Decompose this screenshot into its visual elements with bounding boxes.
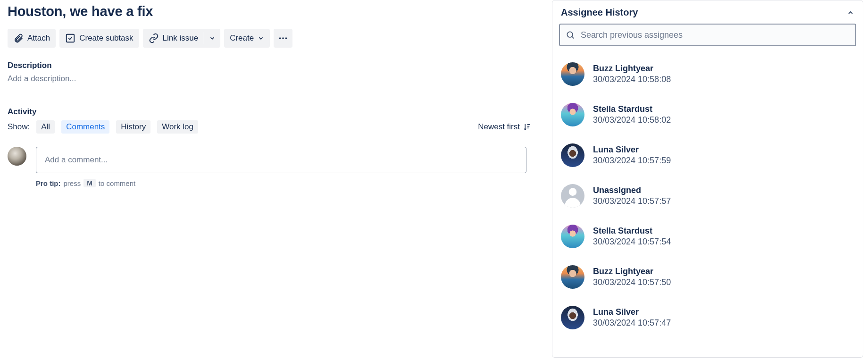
assignee-timestamp: 30/03/2024 10:58:02 bbox=[593, 115, 671, 126]
more-icon bbox=[278, 33, 288, 43]
assignee-entry[interactable]: Buzz Lightyear30/03/2024 10:57:50 bbox=[559, 260, 858, 301]
assignee-entry-text: Stella Stardust30/03/2024 10:58:02 bbox=[593, 104, 671, 126]
assignee-timestamp: 30/03/2024 10:58:08 bbox=[593, 74, 671, 85]
svg-rect-0 bbox=[67, 34, 75, 42]
assignee-entry[interactable]: Unassigned30/03/2024 10:57:57 bbox=[559, 179, 858, 220]
tab-comments[interactable]: Comments bbox=[61, 120, 109, 134]
assignee-entry-text: Buzz Lightyear30/03/2024 10:57:50 bbox=[593, 266, 671, 288]
side-column: Assignee History Buzz Lightyear30/03/202… bbox=[552, 0, 868, 361]
create-button[interactable]: Create bbox=[224, 29, 270, 48]
comment-input[interactable]: Add a comment... bbox=[36, 147, 526, 173]
attach-button[interactable]: Attach bbox=[8, 29, 56, 48]
panel-title: Assignee History bbox=[561, 7, 638, 18]
assignee-timestamp: 30/03/2024 10:57:50 bbox=[593, 277, 671, 288]
assignee-entry[interactable]: Stella Stardust30/03/2024 10:58:02 bbox=[559, 98, 858, 139]
search-box[interactable] bbox=[559, 24, 856, 46]
assignee-timestamp: 30/03/2024 10:57:47 bbox=[593, 318, 671, 328]
assignee-name: Buzz Lightyear bbox=[593, 266, 671, 277]
comment-placeholder: Add a comment... bbox=[45, 155, 108, 165]
tab-history[interactable]: History bbox=[116, 120, 150, 134]
assignee-history-panel: Assignee History Buzz Lightyear30/03/202… bbox=[552, 0, 863, 358]
panel-header[interactable]: Assignee History bbox=[552, 0, 863, 24]
assignee-entry-text: Luna Silver30/03/2024 10:57:47 bbox=[593, 307, 671, 329]
assignee-entry[interactable]: Luna Silver30/03/2024 10:57:47 bbox=[559, 301, 858, 342]
unassigned-avatar-icon bbox=[561, 184, 584, 208]
attach-label: Attach bbox=[27, 34, 50, 43]
chevron-down-icon bbox=[258, 35, 264, 42]
assignee-entry-text: Luna Silver30/03/2024 10:57:59 bbox=[593, 144, 671, 167]
chevron-down-icon bbox=[209, 35, 216, 42]
description-field[interactable]: Add a description... bbox=[8, 74, 544, 84]
assignee-name: Stella Stardust bbox=[593, 104, 671, 115]
tab-worklog[interactable]: Work log bbox=[157, 120, 198, 134]
assignee-name: Luna Silver bbox=[593, 144, 671, 155]
assignee-name: Stella Stardust bbox=[593, 226, 671, 236]
pro-tip-suffix: to comment bbox=[99, 179, 135, 187]
link-icon bbox=[149, 33, 159, 43]
assignee-entry[interactable]: Stella Stardust30/03/2024 10:57:54 bbox=[559, 220, 858, 260]
more-actions-button[interactable] bbox=[274, 29, 292, 48]
assignee-entry-text: Unassigned30/03/2024 10:57:57 bbox=[593, 185, 671, 207]
sort-label: Newest first bbox=[478, 122, 520, 132]
pro-tip-press: press bbox=[64, 179, 81, 187]
user-avatar bbox=[561, 306, 584, 329]
tab-all[interactable]: All bbox=[36, 120, 55, 134]
assignee-entry-text: Stella Stardust30/03/2024 10:57:54 bbox=[593, 226, 671, 248]
assignee-name: Buzz Lightyear bbox=[593, 63, 671, 74]
assignee-timestamp: 30/03/2024 10:57:57 bbox=[593, 196, 671, 207]
pro-tip-key: M bbox=[83, 179, 96, 187]
link-issue-button[interactable]: Link issue bbox=[143, 29, 204, 48]
pro-tip-prefix: Pro tip: bbox=[36, 179, 61, 187]
user-avatar bbox=[561, 103, 584, 126]
assignee-name: Unassigned bbox=[593, 185, 671, 196]
create-subtask-button[interactable]: Create subtask bbox=[59, 29, 139, 48]
pro-tip: Pro tip: press M to comment bbox=[36, 179, 544, 187]
svg-point-4 bbox=[567, 32, 573, 37]
subtask-icon bbox=[65, 33, 75, 43]
svg-point-2 bbox=[282, 37, 284, 39]
user-avatar bbox=[561, 62, 584, 86]
search-wrap bbox=[552, 24, 863, 51]
assignee-list[interactable]: Buzz Lightyear30/03/2024 10:58:08Stella … bbox=[552, 51, 863, 357]
issue-title[interactable]: Houston, we have a fix bbox=[8, 4, 544, 19]
sort-button[interactable]: Newest first bbox=[478, 122, 531, 132]
description-label: Description bbox=[8, 61, 544, 70]
paperclip-icon bbox=[13, 33, 24, 43]
assignee-entry-text: Buzz Lightyear30/03/2024 10:58:08 bbox=[593, 63, 671, 85]
comment-row: Add a comment... bbox=[8, 147, 544, 173]
issue-main: Houston, we have a fix Attach Create sub… bbox=[0, 0, 552, 361]
search-input[interactable] bbox=[581, 30, 850, 40]
user-avatar bbox=[561, 265, 584, 289]
search-icon bbox=[566, 30, 575, 40]
show-label: Show: bbox=[8, 122, 30, 132]
user-avatar bbox=[561, 225, 584, 248]
assignee-entry[interactable]: Luna Silver30/03/2024 10:57:59 bbox=[559, 139, 858, 179]
link-issue-dropdown[interactable] bbox=[204, 29, 220, 48]
assignee-timestamp: 30/03/2024 10:57:54 bbox=[593, 236, 671, 247]
issue-toolbar: Attach Create subtask Link issue bbox=[8, 29, 544, 48]
create-label: Create bbox=[230, 34, 254, 43]
activity-filter-row: Show: All Comments History Work log Newe… bbox=[8, 120, 531, 134]
svg-point-5 bbox=[569, 188, 577, 196]
create-subtask-label: Create subtask bbox=[79, 34, 133, 43]
assignee-entry[interactable]: Buzz Lightyear30/03/2024 10:58:08 bbox=[559, 58, 858, 98]
link-issue-label: Link issue bbox=[163, 34, 199, 43]
sort-desc-icon bbox=[523, 123, 531, 131]
svg-point-1 bbox=[279, 37, 281, 39]
svg-point-3 bbox=[285, 37, 287, 39]
assignee-timestamp: 30/03/2024 10:57:59 bbox=[593, 155, 671, 166]
chevron-up-icon[interactable] bbox=[847, 9, 854, 17]
assignee-name: Luna Silver bbox=[593, 307, 671, 318]
activity-label: Activity bbox=[8, 107, 544, 117]
current-user-avatar[interactable] bbox=[8, 147, 26, 166]
user-avatar bbox=[561, 143, 584, 167]
link-issue-split: Link issue bbox=[143, 29, 221, 48]
